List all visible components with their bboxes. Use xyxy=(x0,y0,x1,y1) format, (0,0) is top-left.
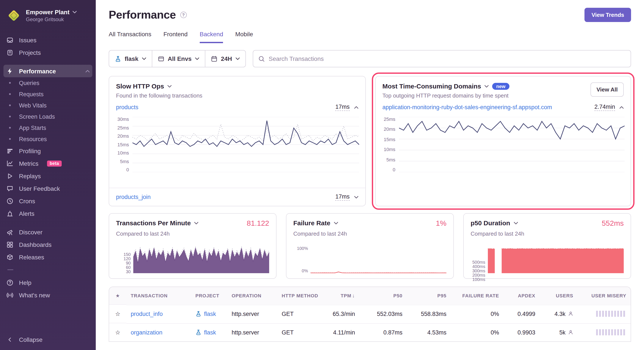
apdex-cell: 0.9903 xyxy=(504,323,540,341)
search-icon xyxy=(258,56,265,62)
sidebar-item-web-vitals[interactable]: Web Vitals xyxy=(0,100,96,111)
sidebar-item-crons[interactable]: Crons xyxy=(0,195,96,207)
slow-http-ops-chart: 30ms 25ms 20ms 15ms 10ms 5ms 0 xyxy=(109,113,365,177)
releases-icon xyxy=(6,253,14,260)
y-tick: 90 xyxy=(126,261,131,265)
sidebar-item-help[interactable]: Help xyxy=(0,276,96,289)
sidebar-item-label: User Feedback xyxy=(19,185,60,192)
sidebar-item-label: Alerts xyxy=(19,210,34,217)
slow-http-ops-card: Slow HTTP Ops Found in the following tra… xyxy=(109,76,366,206)
sidebar-item-user-feedback[interactable]: User Feedback xyxy=(0,182,96,195)
metric-value: 81.122 xyxy=(247,219,269,228)
domain-link[interactable]: application-monitoring-ruby-dot-sales-en… xyxy=(382,104,552,111)
sidebar-item-requests[interactable]: Requests xyxy=(0,89,96,100)
sidebar-item-profiling[interactable]: Profiling xyxy=(0,145,96,157)
page-help-icon[interactable]: ? xyxy=(180,12,186,18)
tpm-chart: 150 120 90 60 30 xyxy=(116,246,269,273)
view-all-button[interactable]: View All xyxy=(590,82,624,97)
transaction-link[interactable]: products xyxy=(116,104,138,111)
column-transaction[interactable]: TRANSACTION xyxy=(126,287,191,304)
column-operation[interactable]: OPERATION xyxy=(227,287,277,304)
transaction-link[interactable]: products_join xyxy=(116,194,151,200)
sidebar-item-issues[interactable]: Issues xyxy=(0,34,96,46)
column-user-misery[interactable]: USER MISERY xyxy=(578,287,631,304)
y-tick: 15ms xyxy=(384,137,395,142)
chevron-up-icon[interactable] xyxy=(354,106,358,109)
p50-widget-selector[interactable]: p50 Duration xyxy=(470,219,518,227)
env-filter-dropdown[interactable]: All Envs xyxy=(152,51,206,67)
search-transactions-input[interactable] xyxy=(269,55,626,62)
widget-title: Slow HTTP Ops xyxy=(116,82,164,90)
y-tick: 500ms xyxy=(472,260,485,264)
tab-all-transactions[interactable]: All Transactions xyxy=(109,31,152,43)
chevron-down-icon[interactable] xyxy=(354,196,358,198)
column-p50[interactable]: P50 xyxy=(359,287,407,304)
flask-icon xyxy=(196,311,202,317)
tpm-cell: 65.3/min xyxy=(324,304,359,322)
project-link[interactable]: flask xyxy=(204,329,216,335)
tab-mobile[interactable]: Mobile xyxy=(235,31,253,43)
widget-title: Transactions Per Minute xyxy=(116,219,191,227)
widget-title: Failure Rate xyxy=(293,219,330,227)
view-trends-button[interactable]: View Trends xyxy=(585,8,631,22)
alerts-icon xyxy=(6,210,14,217)
column-users[interactable]: USERS xyxy=(540,287,578,304)
sidebar-item-performance[interactable]: Performance xyxy=(4,65,92,77)
column-failure-rate[interactable]: FAILURE RATE xyxy=(451,287,504,304)
bullet-dot xyxy=(9,138,11,140)
transaction-link[interactable]: product_info xyxy=(131,310,163,317)
y-tick: 15ms xyxy=(117,142,129,147)
date-range-value: 24H xyxy=(221,55,232,62)
sidebar-item-metrics[interactable]: Metrics beta xyxy=(0,157,96,170)
chevron-up-icon[interactable] xyxy=(620,106,624,109)
chevron-down-icon xyxy=(334,222,338,224)
y-tick: 10ms xyxy=(384,147,395,152)
favorite-star-icon[interactable]: ☆ xyxy=(109,323,126,341)
bullet-dot xyxy=(9,116,11,117)
sidebar-item-label: Screen Loads xyxy=(19,113,55,120)
sidebar-item-queries[interactable]: Queries xyxy=(0,77,96,89)
y-tick: 100ms xyxy=(472,277,485,282)
operation-cell: http.server xyxy=(227,323,277,341)
transaction-link[interactable]: organization xyxy=(131,329,162,335)
tpm-widget-selector[interactable]: Transactions Per Minute xyxy=(116,219,199,227)
project-filter-dropdown[interactable]: flask xyxy=(109,51,152,67)
domains-widget-selector[interactable]: Most Time-Consuming Domains new xyxy=(382,82,510,90)
sidebar-item-projects[interactable]: Projects xyxy=(0,46,96,59)
tpm-card: Transactions Per Minute 81.122 Compared … xyxy=(109,213,276,279)
user-misery-bars xyxy=(596,311,626,317)
y-tick: 10ms xyxy=(117,151,129,155)
failure-rate-widget-selector[interactable]: Failure Rate xyxy=(293,219,338,227)
sidebar-item-app-starts[interactable]: App Starts xyxy=(0,122,96,133)
sidebar-item-releases[interactable]: Releases xyxy=(0,251,96,263)
org-switcher[interactable]: Empower Plant George Gritsouk xyxy=(0,4,96,28)
issues-icon xyxy=(6,37,14,43)
date-range-dropdown[interactable]: 24H xyxy=(205,51,245,67)
column-tpm[interactable]: TPM↓ xyxy=(324,287,359,304)
tab-backend[interactable]: Backend xyxy=(200,31,223,43)
sidebar-item-whats-new[interactable]: What's new xyxy=(0,289,96,301)
sidebar-item-screen-loads[interactable]: Screen Loads xyxy=(0,111,96,122)
sidebar-item-resources[interactable]: Resources xyxy=(0,133,96,145)
crons-icon xyxy=(6,197,14,204)
sidebar-item-discover[interactable]: Discover xyxy=(0,226,96,238)
sidebar-collapse[interactable]: Collapse xyxy=(0,333,96,346)
favorite-column-icon: ★ xyxy=(109,288,126,303)
tab-frontend[interactable]: Frontend xyxy=(164,31,188,43)
sidebar-item-dashboards[interactable]: Dashboards xyxy=(0,238,96,251)
sidebar-item-replays[interactable]: Replays xyxy=(0,170,96,182)
sidebar-item-label: Profiling xyxy=(19,147,41,154)
column-http-method[interactable]: HTTP METHOD xyxy=(277,287,324,304)
search-box[interactable] xyxy=(253,50,631,67)
project-link[interactable]: flask xyxy=(204,310,216,317)
favorite-star-icon[interactable]: ☆ xyxy=(109,304,126,323)
sidebar-item-alerts[interactable]: Alerts xyxy=(0,207,96,220)
column-p95[interactable]: P95 xyxy=(407,287,451,304)
duration-value: 17ms xyxy=(335,193,350,201)
slow-http-ops-selector[interactable]: Slow HTTP Ops xyxy=(116,82,202,90)
sidebar-item-label: Help xyxy=(19,279,32,286)
chevron-up-icon[interactable] xyxy=(86,70,90,72)
metric-value: 1% xyxy=(436,219,446,228)
column-apdex[interactable]: APDEX xyxy=(504,287,540,304)
column-project[interactable]: PROJECT xyxy=(191,287,227,304)
